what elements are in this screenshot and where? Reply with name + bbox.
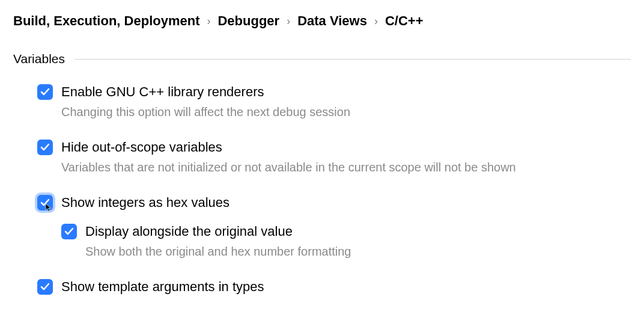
option-label: Show integers as hex values: [61, 195, 229, 211]
check-icon: [40, 143, 50, 152]
checkbox-show-hex[interactable]: [37, 195, 53, 211]
checkbox-template-args[interactable]: [37, 279, 53, 295]
check-icon: [40, 198, 50, 208]
option-desc: Show both the original and hex number fo…: [85, 243, 631, 260]
option-row-hide-out-of-scope[interactable]: Hide out-of-scope variables: [37, 140, 631, 155]
breadcrumb-item-data-views[interactable]: Data Views: [297, 13, 367, 29]
chevron-right-icon: ›: [207, 15, 210, 28]
options-list: Enable GNU C++ library renderers Changin…: [13, 84, 631, 295]
option-label: Show template arguments in types: [61, 279, 264, 295]
option-label: Display alongside the original value: [85, 224, 293, 239]
option-group-hide-out-of-scope: Hide out-of-scope variables Variables th…: [37, 140, 631, 176]
option-desc: Changing this option will affect the nex…: [61, 103, 631, 120]
checkbox-display-alongside[interactable]: [61, 224, 77, 239]
check-icon: [40, 282, 50, 292]
option-group-gnu-renderers: Enable GNU C++ library renderers Changin…: [37, 84, 631, 120]
option-row-show-hex[interactable]: Show integers as hex values: [37, 195, 631, 211]
option-group-template-args: Show template arguments in types: [37, 279, 631, 295]
option-group-show-hex: Show integers as hex values Display alon…: [37, 195, 631, 260]
chevron-right-icon: ›: [374, 15, 378, 28]
option-desc: Variables that are not initialized or no…: [61, 159, 631, 176]
option-row-display-alongside[interactable]: Display alongside the original value: [61, 224, 631, 239]
nested-option-display-alongside: Display alongside the original value Sho…: [37, 224, 631, 260]
breadcrumb-item-build[interactable]: Build, Execution, Deployment: [13, 13, 199, 29]
check-icon: [40, 87, 50, 97]
checkbox-gnu-renderers[interactable]: [37, 84, 53, 100]
breadcrumb-item-ccpp[interactable]: C/C++: [385, 13, 424, 29]
check-icon: [64, 227, 74, 236]
section-header-variables: Variables: [13, 52, 631, 66]
option-label: Enable GNU C++ library renderers: [61, 84, 264, 100]
breadcrumb: Build, Execution, Deployment › Debugger …: [13, 13, 631, 29]
section-divider: [74, 59, 631, 60]
checkbox-hide-out-of-scope[interactable]: [37, 140, 53, 155]
breadcrumb-item-debugger[interactable]: Debugger: [217, 13, 279, 29]
option-row-gnu-renderers[interactable]: Enable GNU C++ library renderers: [37, 84, 631, 100]
option-label: Hide out-of-scope variables: [61, 140, 222, 155]
chevron-right-icon: ›: [287, 15, 290, 28]
option-row-template-args[interactable]: Show template arguments in types: [37, 279, 631, 295]
section-title: Variables: [13, 52, 65, 66]
